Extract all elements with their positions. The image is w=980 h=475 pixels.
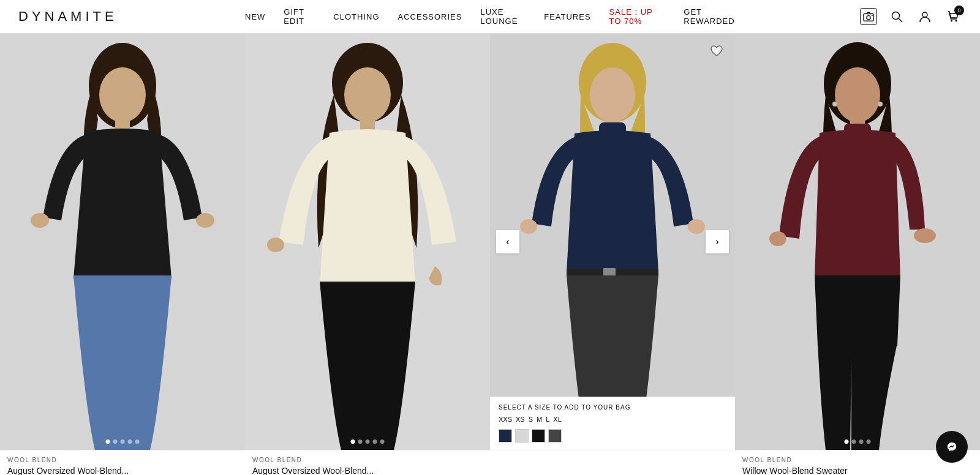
svg-line-4 [899, 18, 902, 22]
site-header: DYNAMITE NEW GIFT EDIT CLOTHING ACCESSOR… [0, 0, 980, 34]
product-card[interactable]: WOOL BLEND August Oversized Wool-Blend..… [0, 34, 245, 475]
product-info: WOOL BLEND August Oversized Wool-Blend..… [245, 450, 490, 475]
dot[interactable] [366, 439, 370, 444]
dot[interactable] [373, 439, 377, 444]
carousel-dots [845, 439, 871, 444]
messenger-button[interactable] [936, 431, 968, 463]
svg-point-36 [769, 231, 786, 246]
carousel-dots [351, 439, 385, 444]
svg-point-30 [835, 67, 880, 122]
svg-point-26 [520, 219, 537, 234]
svg-point-3 [892, 12, 900, 20]
product-name: August Oversized Wool-Blend... [7, 466, 238, 475]
size-xs[interactable]: XS [516, 414, 525, 424]
dot[interactable] [121, 439, 125, 444]
product-name: August Oversized Wool-Blend... [252, 466, 483, 475]
dot[interactable] [358, 439, 363, 444]
size-overlay: SELECT A SIZE TO ADD TO YOUR BAG XXS XS … [490, 397, 735, 450]
dot[interactable] [113, 439, 118, 444]
product-card[interactable]: WOOL BLEND Willow Wool-Blend Sweater $59… [735, 34, 980, 475]
color-swatch-black[interactable] [532, 429, 545, 443]
dot[interactable] [351, 439, 355, 444]
nav-new[interactable]: NEW [245, 12, 265, 21]
size-m[interactable]: M [537, 414, 542, 424]
carousel-next-button[interactable]: › [706, 230, 729, 253]
color-swatches [499, 429, 726, 443]
main-nav: NEW GIFT EDIT CLOTHING ACCESSORIES LUXE … [245, 7, 735, 26]
product-info [490, 450, 735, 475]
nav-accessories[interactable]: ACCESSORIES [398, 12, 462, 21]
dot[interactable] [135, 439, 140, 444]
product-image: ‹ › SELECT A SIZE TO ADD TO YOUR BAG XXS… [490, 34, 735, 450]
account-button[interactable] [916, 8, 933, 25]
svg-point-13 [196, 213, 214, 228]
svg-point-32 [832, 102, 837, 107]
product-tag: WOOL BLEND [7, 457, 238, 463]
product-info: WOOL BLEND August Oversized Wool-Blend..… [0, 450, 245, 475]
nav-gift-edit[interactable]: GIFT EDIT [284, 7, 315, 26]
size-s[interactable]: S [529, 414, 533, 424]
product-image [0, 34, 245, 450]
product-tag: WOOL BLEND [742, 457, 973, 463]
carousel-prev-button[interactable]: ‹ [496, 230, 519, 253]
dot[interactable] [859, 439, 864, 444]
svg-point-16 [344, 67, 391, 122]
size-overlay-label: SELECT A SIZE TO ADD TO YOUR BAG [499, 404, 726, 411]
product-card[interactable]: WOOL BLEND August Oversized Wool-Blend..… [245, 34, 490, 475]
nav-clothing[interactable]: CLOTHING [333, 12, 379, 21]
dot[interactable] [867, 439, 871, 444]
svg-point-10 [99, 67, 146, 122]
size-buttons: XXS XS S M L XL [499, 414, 726, 424]
nav-luxe-lounge[interactable]: LUXE LOUNGE [480, 7, 526, 26]
nav-get-rewarded[interactable]: GET REWARDED [684, 7, 735, 26]
wishlist-button[interactable] [707, 41, 726, 61]
svg-point-12 [31, 213, 49, 228]
search-button[interactable] [888, 8, 905, 25]
nav-sale[interactable]: SALE : UP TO 70% [609, 7, 666, 26]
product-name: Willow Wool-Blend Sweater [742, 466, 973, 475]
nav-features[interactable]: FEATURES [544, 12, 590, 21]
svg-point-7 [956, 20, 957, 22]
cart-count: 0 [954, 6, 964, 15]
svg-point-2 [872, 15, 873, 16]
header-icons: 0 [860, 8, 962, 25]
dot[interactable] [380, 439, 385, 444]
visual-search-button[interactable] [860, 8, 877, 25]
size-xxs[interactable]: XXS [499, 414, 512, 424]
svg-point-18 [267, 238, 284, 252]
svg-point-6 [951, 20, 952, 22]
dot[interactable] [845, 439, 849, 444]
product-image [735, 34, 980, 450]
svg-point-33 [878, 102, 883, 107]
svg-point-1 [867, 16, 870, 20]
product-grid: WOOL BLEND August Oversized Wool-Blend..… [0, 34, 980, 475]
product-tag: WOOL BLEND [252, 457, 483, 463]
svg-point-27 [688, 219, 705, 234]
size-l[interactable]: L [546, 414, 549, 424]
color-swatch-light-gray[interactable] [515, 429, 529, 443]
cart-button[interactable]: 0 [944, 8, 962, 25]
color-swatch-navy[interactable] [499, 429, 512, 443]
carousel-dots [106, 439, 140, 444]
product-image [245, 34, 490, 450]
svg-point-21 [590, 67, 635, 122]
svg-point-5 [922, 12, 927, 17]
site-logo[interactable]: DYNAMITE [18, 9, 118, 24]
dot[interactable] [106, 439, 110, 444]
dot[interactable] [128, 439, 132, 444]
product-card[interactable]: ‹ › SELECT A SIZE TO ADD TO YOUR BAG XXS… [490, 34, 735, 475]
size-xl[interactable]: XL [553, 414, 561, 424]
dot[interactable] [852, 439, 856, 444]
color-swatch-charcoal[interactable] [548, 429, 562, 443]
svg-point-35 [914, 228, 936, 243]
